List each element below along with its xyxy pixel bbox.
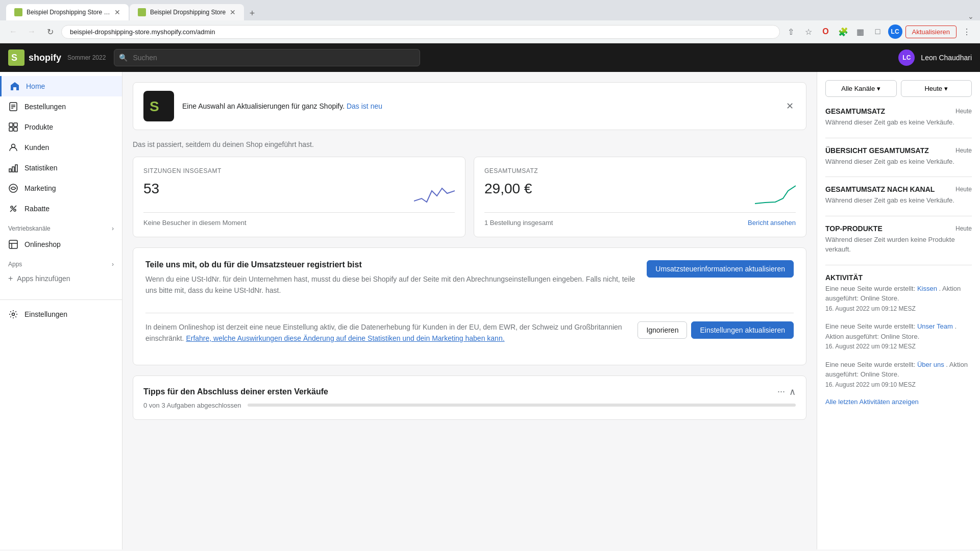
tax-text-1: Wenn du eine USt-IdNr. für dein Unterneh… [145,273,636,296]
apps-arrow-icon: › [112,261,114,268]
notif-link[interactable]: Das ist neu [347,102,382,110]
extension-button[interactable]: 🧩 [836,24,850,39]
tax-row-1: Teile uns mit, ob du für die Umsatzsteue… [145,260,794,305]
sidebar-item-onlineshop[interactable]: Onlineshop [0,234,122,255]
reload-button[interactable]: ↻ [43,24,57,39]
revenue-chart [755,181,796,206]
tax-divider [145,313,794,313]
search-input[interactable] [114,49,420,66]
browser-tab-1[interactable]: Beispiel Dropshipping Store ·... ✕ [6,4,129,20]
svg-point-20 [12,313,15,316]
sidebar-item-kunden[interactable]: Kunden [0,137,122,158]
svg-point-16 [14,209,16,211]
browser-toolbar: ← → ↻ beispiel-dropshipping-store.myshop… [0,20,980,43]
browser-tabs: Beispiel Dropshipping Store ·... ✕ Beisp… [6,4,974,20]
sessions-footer: Keine Besucher in diesem Moment [143,212,455,227]
tax-content-2: In deinem Onlineshop ist derzeit eine ne… [145,321,627,353]
filter-time-arrow: ▾ [944,85,948,92]
right-section-nach-kanal-time: Heute [955,186,972,193]
home-icon [10,81,20,91]
right-section-nach-kanal-title: GESAMTUMSATZ NACH KANAL [825,185,935,193]
sidebar-item-produkte[interactable]: Produkte [0,117,122,137]
sessions-footer-text: Keine Besucher in diesem Moment [143,219,247,227]
sidebar: Home Bestellungen Produkte [0,72,122,549]
stats-icon [8,163,18,173]
right-section-uebersicht-time: Heute [955,147,972,154]
discounts-icon [8,204,18,214]
tab-expand[interactable]: ⌄ [968,12,974,20]
svg-rect-12 [12,167,14,172]
apps-section-label: Apps [8,261,22,268]
sidebar-item-rabatte[interactable]: Rabatte [0,198,122,219]
tax-info-box: Teile uns mit, ob du für die Umsatzsteue… [133,247,806,365]
activity-link-unser-team[interactable]: Unser Team [917,322,953,330]
tab-close-1[interactable]: ✕ [114,9,120,16]
topbar-season: Sommer 2022 [67,54,106,61]
notif-close-button[interactable]: ✕ [784,98,796,114]
user-name: Leon Chaudhari [921,54,972,62]
browser-menu-button[interactable]: ⋮ [960,24,974,39]
right-section-gesamtumsatz: GESAMTUMSATZ Heute Während dieser Zeit g… [825,107,972,128]
forward-button[interactable]: → [24,24,39,39]
tax-ignore-btn[interactable]: Ignorieren [638,321,687,339]
activity-link-ueber-uns[interactable]: Über uns [917,361,944,368]
bookmark-button[interactable]: ☆ [801,24,816,39]
right-section-nach-kanal-text: Während dieser Zeit gab es keine Verkäuf… [825,195,972,206]
share-button[interactable]: ⇧ [784,24,798,39]
tab-favicon-1 [14,8,22,16]
back-button[interactable]: ← [6,24,20,39]
activity-link-kissen[interactable]: Kissen [917,285,937,292]
tips-progress-text: 0 von 3 Aufgaben abgeschlossen [143,402,241,409]
sidebar-item-home[interactable]: Home [0,76,122,96]
user-avatar: LC [898,49,915,66]
address-bar[interactable]: beispiel-dropshipping-store.myshopify.co… [61,25,780,39]
vertrieb-arrow-icon: › [112,225,114,232]
filter-channels-btn[interactable]: Alle Kanäle ▾ [825,80,897,97]
all-activities-link[interactable]: Alle letzten Aktivitäten anzeigen [825,398,919,406]
search-icon: 🔍 [119,54,128,62]
right-section-nach-kanal: GESAMTUMSATZ NACH KANAL Heute Während di… [825,185,972,206]
svg-rect-8 [9,128,13,131]
sidebar-section-vertrieb[interactable]: Vertriebskanäle › [0,219,122,234]
tips-collapse-button[interactable]: ∧ [789,386,796,397]
revenue-footer-text: 1 Bestellung insgesamt [484,219,553,227]
right-section-top-produkte-title: TOP-PRODUKTE [825,224,883,233]
sidebar-item-bestellungen[interactable]: Bestellungen [0,96,122,117]
tax-update-btn[interactable]: Umsatzsteuerinformationen aktualisieren [647,260,794,278]
browser-update-button[interactable]: Aktualisieren [905,26,957,38]
svg-rect-9 [14,128,17,131]
right-section-uebersicht-header: ÜBERSICHT GESAMTUMSATZ Heute [825,146,972,155]
right-section-uebersicht-text: Während dieser Zeit gab es keine Verkäuf… [825,157,972,167]
tips-more-button[interactable]: ··· [777,386,785,397]
notification-banner: S Eine Auswahl an Aktualisierungen für g… [133,82,806,130]
topbar: S shopify Sommer 2022 🔍 LC Leon Chaudhar… [0,43,980,72]
new-tab-button[interactable]: + [245,6,259,20]
sessions-value-row: 53 [143,181,455,206]
tab-close-2[interactable]: ✕ [230,9,236,16]
vertrieb-section-label: Vertriebskanäle [8,225,51,232]
sidebar-label-home: Home [26,82,45,90]
opera-icon[interactable]: O [819,24,833,39]
screenshot-button[interactable]: □ [871,24,885,39]
sidebar-section-apps[interactable]: Apps › [0,255,122,270]
right-section-uebersicht: ÜBERSICHT GESAMTUMSATZ Heute Während die… [825,146,972,167]
right-section-nach-kanal-header: GESAMTUMSATZ NACH KANAL Heute [825,185,972,193]
browser-actions: ⇧ ☆ O 🧩 ▦ □ LC Aktualisieren ⋮ [784,24,974,39]
svg-text:S: S [150,98,159,114]
sidebar-add-apps[interactable]: + Apps hinzufügen [0,270,122,287]
tax-settings-btn[interactable]: Einstellungen aktualisieren [691,321,794,339]
tax-info-link[interactable]: Erfahre, welche Auswirkungen diese Änder… [186,334,504,342]
sidebar-button[interactable]: ▦ [853,24,868,39]
tax-row-2: In deinem Onlineshop ist derzeit eine ne… [145,321,794,353]
divider-1 [825,138,972,138]
sidebar-item-einstellungen[interactable]: Einstellungen [0,304,122,324]
browser-tab-2[interactable]: Beispiel Dropshipping Store ✕ [130,4,244,20]
sidebar-item-statistiken[interactable]: Statistiken [0,158,122,178]
filter-channels-arrow: ▾ [877,85,880,92]
tab-title-1: Beispiel Dropshipping Store ·... [27,9,110,16]
sidebar-label-produkte: Produkte [24,123,53,131]
revenue-report-link[interactable]: Bericht ansehen [748,219,796,227]
browser-user-avatar[interactable]: LC [888,24,902,39]
sidebar-item-marketing[interactable]: Marketing [0,178,122,198]
filter-time-btn[interactable]: Heute ▾ [901,80,972,97]
